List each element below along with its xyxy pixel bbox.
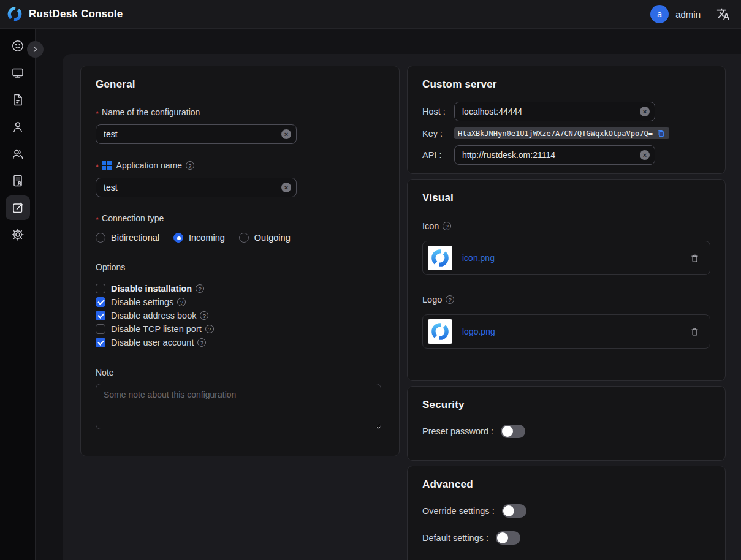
api-row: API : × bbox=[422, 145, 710, 165]
sidebar-item-smiley[interactable] bbox=[6, 34, 30, 58]
help-icon[interactable]: ? bbox=[196, 284, 204, 293]
visual-panel: Visual Icon ? bbox=[407, 179, 726, 381]
icon-label: Icon ? bbox=[422, 221, 710, 231]
override-settings-toggle[interactable] bbox=[502, 504, 526, 518]
gear-icon bbox=[10, 227, 25, 242]
icon-filename-link[interactable]: icon.png bbox=[462, 253, 495, 263]
audit-document-icon bbox=[10, 173, 25, 188]
rustdesk-logo-icon bbox=[6, 6, 23, 23]
header: RustDesk Console a admin bbox=[0, 0, 741, 29]
note-label: Note bbox=[96, 368, 384, 377]
default-settings-label: Default settings : bbox=[422, 533, 488, 543]
custom-server-title: Custom server bbox=[422, 78, 710, 91]
host-label: Host : bbox=[422, 107, 454, 116]
key-row: Key : HtaXBkJNHyn0e1U1jWXze7A7CN7QTGWqxk… bbox=[422, 127, 710, 139]
help-icon[interactable]: ? bbox=[443, 222, 451, 230]
smiley-icon bbox=[10, 39, 25, 53]
sidebar-item-users[interactable] bbox=[6, 115, 30, 139]
page-title: RustDesk Console bbox=[29, 8, 123, 20]
connection-type-group: Bidirectional Incoming Outgoing bbox=[96, 233, 384, 243]
preset-password-toggle[interactable] bbox=[501, 425, 525, 438]
required-asterisk: * bbox=[96, 162, 99, 172]
security-panel: Security Preset password : bbox=[407, 386, 726, 461]
help-icon[interactable]: ? bbox=[197, 338, 206, 347]
sidebar-item-groups[interactable] bbox=[6, 142, 30, 166]
security-title: Security bbox=[422, 399, 710, 411]
general-panel: General * Name of the configuration × * bbox=[80, 66, 400, 456]
brand: RustDesk Console bbox=[6, 6, 123, 23]
app-name-input[interactable] bbox=[96, 178, 297, 197]
required-asterisk: * bbox=[96, 215, 99, 224]
checkbox-disable-installation[interactable]: Disable installation ? bbox=[96, 282, 384, 295]
chevron-right-icon bbox=[31, 45, 40, 54]
note-textarea[interactable] bbox=[96, 384, 381, 429]
sidebar-item-settings[interactable] bbox=[6, 222, 30, 247]
translate-icon[interactable] bbox=[716, 7, 730, 21]
user-menu[interactable]: a admin bbox=[650, 5, 701, 23]
checkbox-disable-address-book[interactable]: Disable address book ? bbox=[96, 309, 384, 322]
host-row: Host : × bbox=[422, 102, 710, 121]
connection-type-label: * Connection type bbox=[96, 213, 384, 223]
override-settings-label: Override settings : bbox=[422, 506, 495, 516]
icon-thumbnail bbox=[428, 246, 452, 270]
custom-server-panel: Custom server Host : × Key : HtaXBkJNHy bbox=[407, 66, 726, 174]
sidebar-item-audit[interactable] bbox=[6, 168, 30, 193]
clear-input-icon[interactable]: × bbox=[281, 183, 291, 192]
icon-file-card: icon.png bbox=[422, 241, 710, 275]
host-input[interactable] bbox=[454, 102, 655, 121]
logo-file-card: logo.png bbox=[422, 314, 710, 349]
copy-icon[interactable] bbox=[656, 129, 666, 138]
options-label: Options bbox=[96, 262, 384, 272]
clear-input-icon[interactable]: × bbox=[640, 150, 650, 160]
config-name-label: * Name of the configuration bbox=[96, 107, 384, 117]
radio-outgoing[interactable]: Outgoing bbox=[239, 233, 291, 243]
clear-input-icon[interactable]: × bbox=[640, 107, 650, 116]
clear-input-icon[interactable]: × bbox=[281, 129, 291, 139]
default-settings-toggle[interactable] bbox=[496, 531, 520, 545]
monitor-icon bbox=[10, 66, 25, 80]
logo-label: Logo ? bbox=[422, 295, 710, 305]
help-icon[interactable]: ? bbox=[446, 295, 454, 304]
required-asterisk: * bbox=[96, 109, 99, 118]
help-icon[interactable]: ? bbox=[205, 325, 214, 333]
logo-filename-link[interactable]: logo.png bbox=[462, 327, 495, 336]
delete-icon[interactable] bbox=[690, 253, 700, 263]
users-icon bbox=[10, 146, 25, 161]
api-input[interactable] bbox=[454, 145, 655, 165]
key-label: Key : bbox=[422, 129, 454, 138]
main-area: General * Name of the configuration × * bbox=[36, 29, 741, 560]
preset-password-label: Preset password : bbox=[422, 426, 493, 436]
checkbox-disable-tcp-listen-port[interactable]: Disable TCP listen port ? bbox=[96, 322, 384, 336]
advanced-title: Advanced bbox=[422, 479, 710, 491]
key-value-chip[interactable]: HtaXBkJNHyn0e1U1jWXze7A7CN7QTGWqxkOtpaVp… bbox=[454, 127, 669, 139]
options-list: Disable installation ? Disable settings … bbox=[96, 282, 384, 349]
advanced-panel: Advanced Override settings : Default set… bbox=[407, 466, 726, 560]
sidebar-item-logs[interactable] bbox=[6, 88, 30, 112]
sidebar-item-custom-client[interactable] bbox=[6, 195, 30, 220]
help-icon[interactable]: ? bbox=[177, 298, 186, 306]
username: admin bbox=[675, 9, 701, 20]
sidebar-item-devices[interactable] bbox=[6, 61, 30, 85]
checkbox-disable-user-account[interactable]: Disable user account ? bbox=[96, 336, 384, 349]
user-icon bbox=[10, 119, 25, 134]
avatar[interactable]: a bbox=[650, 5, 669, 23]
checkbox-disable-settings[interactable]: Disable settings ? bbox=[96, 295, 384, 309]
sidebar-expand-button[interactable] bbox=[27, 41, 44, 58]
help-icon[interactable]: ? bbox=[186, 161, 194, 170]
config-name-input[interactable] bbox=[96, 124, 297, 144]
general-title: General bbox=[96, 78, 384, 91]
windows-icon bbox=[102, 161, 112, 170]
default-settings-row: Default settings : bbox=[422, 531, 710, 545]
content-card: General * Name of the configuration × * bbox=[63, 54, 741, 560]
sidebar bbox=[0, 29, 36, 560]
app-name-label: * Application name ? bbox=[96, 161, 384, 170]
key-value: HtaXBkJNHyn0e1U1jWXze7A7CN7QTGWqxkOtpaVp… bbox=[458, 129, 653, 138]
preset-password-row: Preset password : bbox=[422, 425, 710, 438]
radio-incoming[interactable]: Incoming bbox=[173, 233, 225, 243]
edit-icon bbox=[10, 200, 25, 215]
delete-icon[interactable] bbox=[690, 327, 700, 337]
logo-thumbnail bbox=[428, 319, 452, 344]
document-icon bbox=[10, 93, 25, 107]
help-icon[interactable]: ? bbox=[200, 311, 208, 320]
radio-bidirectional[interactable]: Bidirectional bbox=[96, 233, 159, 243]
